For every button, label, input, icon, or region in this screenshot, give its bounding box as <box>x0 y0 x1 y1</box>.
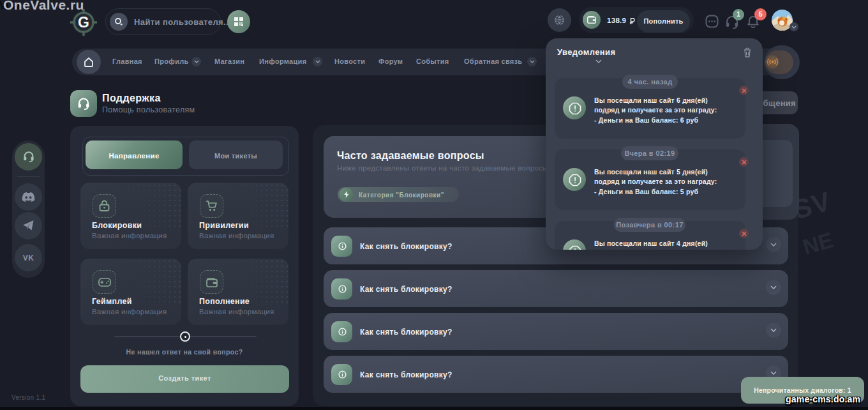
svg-text:G: G <box>78 14 89 31</box>
